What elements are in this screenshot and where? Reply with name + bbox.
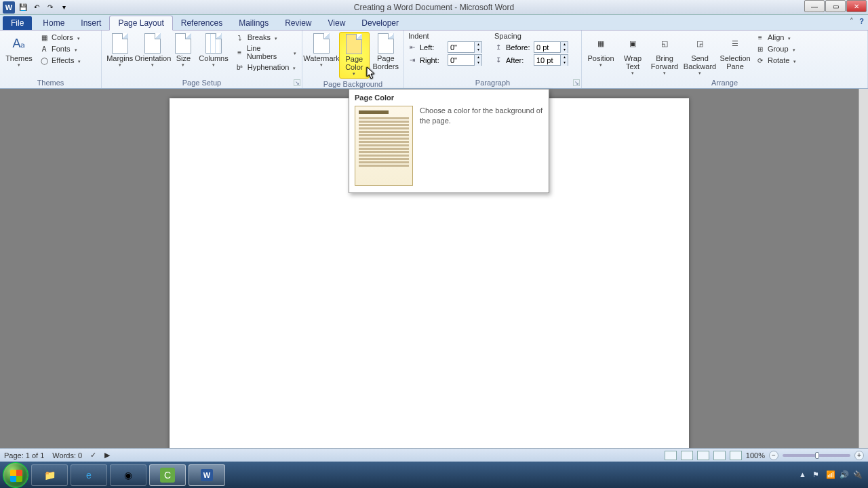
view-print-layout-button[interactable] (665, 451, 677, 460)
fonts-icon: A (39, 44, 49, 54)
page-setup-dialog-launcher[interactable]: ↘ (294, 79, 300, 86)
vertical-scrollbar[interactable] (859, 89, 868, 448)
zoom-slider-thumb[interactable] (815, 452, 819, 459)
status-macro-icon[interactable]: ▶ (104, 451, 110, 460)
qat-customize-icon[interactable]: ▾ (58, 2, 69, 13)
spacing-before-input[interactable]: ▴▾ (534, 41, 568, 53)
position-button[interactable]: ▦Position (585, 32, 617, 69)
status-words[interactable]: Words: 0 (52, 451, 82, 460)
group-label-themes: Themes (3, 77, 98, 88)
status-page[interactable]: Page: 1 of 1 (4, 451, 44, 460)
selection-pane-button[interactable]: ☰Selection Pane (719, 32, 751, 72)
tab-insert[interactable]: Insert (73, 16, 109, 30)
spacing-after-icon: ↧ (493, 56, 504, 65)
breaks-button[interactable]: ⤵Breaks (233, 32, 299, 43)
tooltip-description: Choose a color for the background of the… (420, 106, 543, 186)
bring-forward-button[interactable]: ◱Bring Forward (648, 32, 681, 77)
line-numbers-button[interactable]: ≡Line Numbers (233, 43, 299, 61)
send-backward-button[interactable]: ◲Send Backward (682, 32, 717, 77)
status-proofing-icon[interactable]: ✓ (90, 451, 96, 460)
theme-colors-button[interactable]: ▦Colors (37, 32, 83, 43)
watermark-button[interactable]: Watermark (305, 32, 338, 69)
zoom-slider[interactable] (783, 454, 850, 457)
indent-header: Indent (407, 32, 482, 40)
tab-references[interactable]: References (173, 16, 231, 30)
rotate-button[interactable]: ⟳Rotate (753, 55, 799, 66)
spacing-after-input[interactable]: ▴▾ (534, 54, 568, 66)
ribbon-tabs: File Home Insert Page Layout References … (0, 15, 868, 30)
spacing-after-label: After: (506, 56, 532, 64)
tray-volume-icon[interactable]: 🔊 (840, 470, 849, 480)
tab-review[interactable]: Review (277, 16, 319, 30)
view-outline-button[interactable] (713, 451, 726, 460)
columns-button[interactable]: Columns (197, 32, 229, 69)
paragraph-dialog-launcher[interactable]: ↘ (573, 79, 580, 86)
close-button[interactable]: ✕ (846, 0, 867, 12)
taskbar-camtasia[interactable]: C (149, 464, 186, 486)
theme-effects-button[interactable]: ◯Effects (37, 55, 83, 66)
tray-network-icon[interactable]: 📶 (826, 470, 835, 480)
group-paragraph: Indent ⇤ Left: ▴▾ ⇥ Right: ▴▾ Spacing ↥ … (404, 30, 582, 88)
indent-right-icon: ⇥ (407, 56, 418, 65)
window-controls: — ▭ ✕ (804, 0, 867, 12)
tab-file[interactable]: File (3, 16, 32, 30)
word-logo-icon: W (3, 1, 15, 14)
tab-view[interactable]: View (320, 16, 354, 30)
spin-down-icon[interactable]: ▾ (474, 47, 481, 53)
minimize-ribbon-icon[interactable]: ˄ (850, 17, 854, 26)
tab-developer[interactable]: Developer (353, 16, 407, 30)
align-button[interactable]: ≡Align (753, 32, 799, 43)
spin-up-icon[interactable]: ▴ (474, 42, 481, 47)
taskbar-ie[interactable]: e (71, 464, 107, 486)
view-full-screen-button[interactable] (681, 451, 693, 460)
undo-icon[interactable]: ↶ (31, 2, 42, 13)
size-button[interactable]: Size (170, 32, 196, 69)
hyphenation-icon: bᵃ (235, 62, 245, 72)
wrap-text-button[interactable]: ▣Wrap Text (618, 32, 647, 77)
zoom-in-button[interactable]: + (854, 451, 864, 460)
minimize-button[interactable]: — (804, 0, 825, 12)
margins-button[interactable]: Margins (104, 32, 135, 69)
line-numbers-icon: ≡ (235, 47, 244, 57)
zoom-level[interactable]: 100% (746, 451, 765, 460)
size-icon (173, 33, 193, 54)
word-icon: W (198, 466, 216, 484)
zoom-out-button[interactable]: − (769, 451, 778, 460)
taskbar-word[interactable]: W (189, 464, 225, 486)
tray-flag-icon[interactable]: ⚑ (812, 470, 822, 480)
page-color-button[interactable]: Page Color (339, 32, 370, 79)
indent-right-input[interactable]: ▴▾ (448, 54, 482, 66)
orientation-icon (142, 33, 163, 54)
help-icon[interactable]: ? (859, 17, 864, 26)
taskbar-chrome[interactable]: ◉ (110, 464, 146, 486)
redo-icon[interactable]: ↷ (45, 2, 56, 13)
folder-icon: 📁 (41, 466, 58, 484)
themes-button[interactable]: Aₐ Themes (3, 32, 35, 69)
start-button[interactable] (3, 462, 28, 488)
hyphenation-button[interactable]: bᵃHyphenation (233, 62, 299, 73)
maximize-button[interactable]: ▭ (825, 0, 846, 12)
tab-home[interactable]: Home (35, 16, 73, 30)
title-bar: W 💾 ↶ ↷ ▾ Creating a Word Document - Mic… (0, 0, 868, 15)
taskbar-explorer[interactable]: 📁 (31, 464, 68, 486)
colors-icon: ▦ (39, 33, 49, 42)
align-icon: ≡ (755, 33, 765, 42)
indent-left-icon: ⇤ (407, 43, 418, 52)
view-web-layout-button[interactable] (697, 451, 709, 460)
view-draft-button[interactable] (730, 451, 742, 460)
tab-mailings[interactable]: Mailings (231, 16, 277, 30)
page-borders-button[interactable]: Page Borders (371, 32, 401, 72)
window-title: Creating a Word Document - Microsoft Wor… (354, 3, 514, 12)
orientation-button[interactable]: Orientation (136, 32, 169, 69)
quick-access-toolbar: W 💾 ↶ ↷ ▾ (0, 1, 72, 14)
tab-page-layout[interactable]: Page Layout (109, 16, 172, 30)
indent-left-input[interactable]: ▴▾ (448, 41, 482, 53)
group-arrange: ▦Position ▣Wrap Text ◱Bring Forward ◲Sen… (582, 30, 868, 88)
save-icon[interactable]: 💾 (18, 2, 28, 13)
ie-icon: e (80, 466, 98, 484)
theme-fonts-button[interactable]: AFonts (37, 43, 83, 54)
effects-icon: ◯ (39, 56, 49, 65)
tray-power-icon[interactable]: 🔌 (853, 470, 863, 480)
tray-overflow-icon[interactable]: ▲ (799, 470, 808, 480)
group-objects-button[interactable]: ⊞Group (753, 43, 799, 54)
